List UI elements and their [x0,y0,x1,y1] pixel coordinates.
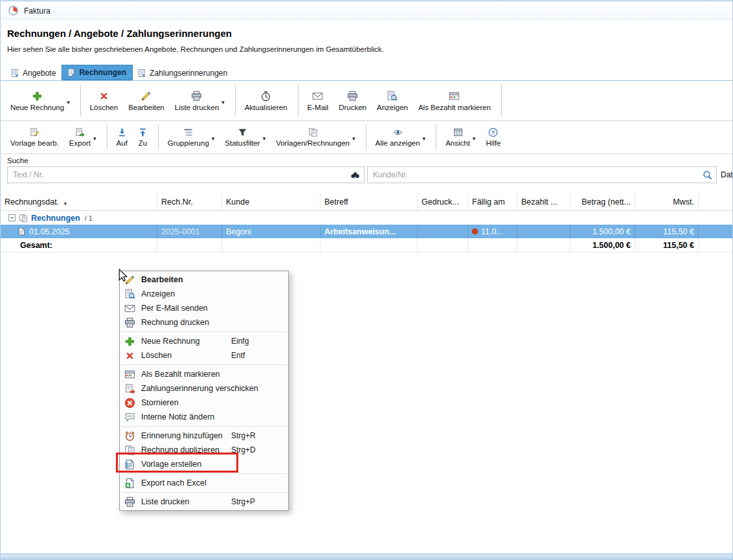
template-edit-icon [30,128,39,137]
titlebar: Faktura [1,1,732,20]
collapse-groups-button[interactable]: Zu [133,126,152,149]
grouping-button[interactable]: Gruppierung [163,126,219,149]
mark-paid-button[interactable]: Als Bezahlt markieren [414,89,495,113]
page-title: Rechnungen / Angebote / Zahlungserinneru… [7,28,232,39]
alarm-icon [124,431,135,442]
context-menu: Bearbeiten Anzeigen Per E-Mail senden Re… [119,271,289,511]
email-button[interactable]: E-Mail [303,89,333,113]
menu-item-loeschen[interactable]: LöschenEntf [120,348,288,363]
toolbar-row-2: Vorlage bearb. Export Auf Zu Gruppierung… [1,121,733,153]
plus-icon [124,336,135,347]
templates-invoices-button[interactable]: Vorlagen/Rechnungen [271,126,359,149]
column-header-kunde[interactable]: Kunde [222,194,321,210]
magnifier-icon[interactable] [703,170,712,180]
total-empty [222,238,321,252]
menu-item-liste-drucken[interactable]: Liste druckenStrg+P [120,495,288,509]
column-header-rechnungsdatum[interactable]: Rechnungsdat. [1,194,157,210]
tab-angebote[interactable]: Angebote [6,66,62,80]
delete-button[interactable]: Löschen [85,89,122,113]
group-row-rechnungen[interactable]: Rechnungen / 1 [1,211,733,225]
column-header-rechnr[interactable]: Rech.Nr. [157,194,222,210]
menu-item-als-bezahlt-markieren[interactable]: Als Bezahlt markieren [120,367,288,381]
help-icon [488,128,498,137]
plus-icon [32,91,43,102]
filter-funnel-icon [238,128,247,137]
menu-separator [121,492,287,493]
expand-groups-button[interactable]: Auf [112,126,132,149]
group-count: / 1 [85,214,93,222]
dropdown-arrow-icon[interactable] [473,131,476,143]
column-header-mwst[interactable]: Mwst. [635,194,699,210]
search-label: Suche [7,157,28,164]
menu-item-interne-notiz-aendern[interactable]: Interne Notiz ändern [120,410,288,424]
menu-item-bearbeiten[interactable]: Bearbeiten [120,273,288,287]
menu-item-rechnung-drucken[interactable]: Rechnung drucken [120,315,288,330]
excel-icon [124,478,135,489]
total-label: Gesamt: [1,238,157,252]
table-row-selected[interactable]: 01.05.2025 2025-0001 Begoni Arbeitsanwei… [1,225,733,238]
dropdown-arrow-icon[interactable] [423,131,426,143]
printer-icon [124,497,135,508]
print-button[interactable]: Drucken [334,89,371,113]
total-net: 1.500,00 € [570,238,635,252]
preview-icon [124,289,135,300]
menu-item-erinnerung-hinzufuegen[interactable]: Erinnerung hinzufügenStrg+R [120,429,288,443]
group-label: Rechnungen [31,214,80,223]
dropdown-arrow-icon[interactable] [93,131,96,143]
status-filter-button[interactable]: Statusfilter [220,126,270,149]
refresh-clock-icon [260,91,271,102]
total-empty [517,238,570,252]
show-all-button[interactable]: Alle anzeigen [371,126,431,149]
refresh-button[interactable]: Aktualisieren [240,89,292,113]
cell-vat: 115,50 € [635,225,699,238]
cell-number: 2025-0001 [157,225,222,238]
menu-item-zahlungserinnerung-verschicken[interactable]: Zahlungserinnerung verschicken [120,381,288,396]
binoculars-icon[interactable] [350,170,360,180]
print-list-button[interactable]: Liste drucken [170,89,229,113]
total-filler [699,238,733,252]
search-row: Datu [1,166,733,183]
dropdown-arrow-icon[interactable] [221,95,225,107]
search-text-field [7,166,365,183]
column-header-betrag[interactable]: Betrag (nett... [570,194,635,210]
window-title: Faktura [24,6,51,16]
view-button[interactable]: Ansicht [441,126,480,149]
menu-item-per-email-senden[interactable]: Per E-Mail senden [120,301,288,315]
menu-item-anzeigen[interactable]: Anzeigen [120,287,288,301]
menu-item-stornieren[interactable]: Stornieren [120,396,288,410]
dropdown-arrow-icon[interactable] [67,95,70,107]
menu-separator [121,473,287,474]
help-button[interactable]: Hilfe [481,126,505,149]
collapse-expander-icon[interactable] [8,214,16,221]
menu-separator [121,331,287,332]
edit-button[interactable]: Bearbeiten [124,89,169,113]
tab-zahlungserinnerungen[interactable]: Zahlungserinnerungen [133,66,233,80]
note-bubble-icon [124,412,135,423]
new-invoice-button[interactable]: Neue Rechnung [6,89,74,113]
menu-item-export-nach-excel[interactable]: Export nach Excel [120,476,288,490]
edit-template-button[interactable]: Vorlage bearb. [6,126,63,149]
printer-icon [347,91,358,102]
toolbar-separator [298,85,299,117]
column-header-bezahlt[interactable]: Bezahlt ... [517,194,570,210]
paid-icon [449,91,460,102]
due-status-icon [472,229,478,234]
menu-item-neue-rechnung[interactable]: Neue RechnungEinfg [120,334,288,348]
dropdown-arrow-icon[interactable] [212,131,215,143]
toolbar-separator [235,85,236,117]
export-button[interactable]: Export [65,126,101,149]
dropdown-arrow-icon[interactable] [352,131,355,143]
search-text-input[interactable] [8,167,350,183]
show-button[interactable]: Anzeigen [372,89,412,113]
view-grid-icon [453,128,463,137]
tab-rechnungen[interactable]: Rechnungen [62,65,133,80]
dropdown-arrow-icon[interactable] [263,131,266,143]
column-header-betreff[interactable]: Betreff [321,194,418,210]
tab-label: Zahlungserinnerungen [150,69,227,78]
search-customer-input[interactable] [368,167,703,183]
preview-icon [387,91,398,102]
column-header-faellig[interactable]: Fällig am [468,194,517,210]
column-header-gedruckt[interactable]: Gedruck... [418,194,468,210]
delete-x-icon [98,91,109,102]
toolbar-separator [80,85,81,117]
